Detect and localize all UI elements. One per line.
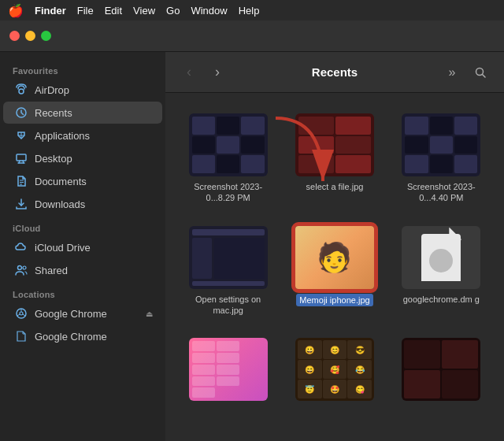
sidebar-item-label: Applications: [35, 130, 90, 142]
chrome-icon-2: [14, 329, 28, 343]
svg-rect-4: [17, 154, 26, 161]
file-grid: Screenshot 2023-0...8.29 PM: [165, 93, 504, 441]
sidebar-item-google-chrome-2[interactable]: Google Chrome: [3, 325, 162, 347]
file-thumb-screenshot3b: [402, 338, 480, 401]
menu-view[interactable]: View: [133, 5, 155, 17]
sidebar-item-icloud-drive[interactable]: iCloud Drive: [3, 236, 162, 258]
locations-section-label: Locations: [0, 282, 165, 302]
sidebar-item-label: Recents: [35, 107, 72, 119]
content-area: ‹ › Recents »: [165, 52, 504, 441]
downloads-icon: [14, 197, 28, 211]
eject-icon-1[interactable]: ⏏: [146, 309, 153, 318]
finder-window: Favourites AirDrop: [0, 20, 504, 441]
sidebar-item-label: Shared: [35, 265, 68, 276]
titlebar: [0, 20, 504, 52]
sidebar-item-recents[interactable]: Recents: [3, 102, 162, 124]
fullscreen-button[interactable]: [41, 31, 51, 41]
skip-forward-button[interactable]: »: [441, 61, 463, 83]
content-toolbar: ‹ › Recents »: [165, 52, 504, 93]
sidebar-item-applications[interactable]: Applications: [3, 124, 162, 146]
svg-line-17: [23, 314, 26, 316]
file-item-pink[interactable]: [178, 333, 278, 410]
file-item-emoji-grid[interactable]: 😀 😊 😎 😄 🥰 😂 😇 🤩 😋: [284, 333, 384, 410]
file-thumb-screenshot2: [402, 113, 480, 176]
sidebar-item-label: Desktop: [35, 153, 72, 165]
menu-window[interactable]: Window: [191, 5, 227, 17]
file-thumb-memoji: 🧑: [295, 226, 374, 289]
file-item-screenshot1[interactable]: Screenshot 2023-0...8.29 PM: [178, 109, 278, 209]
sidebar-item-google-chrome-1[interactable]: Google Chrome ⏏: [3, 302, 162, 324]
sidebar-item-downloads[interactable]: Downloads: [3, 193, 162, 215]
file-name-select-file: select a file.jpg: [306, 181, 364, 192]
airdrop-icon: [14, 83, 28, 97]
sidebar-item-shared[interactable]: Shared: [3, 259, 162, 281]
sidebar-item-airdrop[interactable]: AirDrop: [3, 79, 162, 101]
svg-point-12: [18, 266, 22, 270]
file-name-settings: Open settings on mac.jpg: [185, 294, 272, 317]
menu-file[interactable]: File: [77, 5, 94, 17]
sidebar-item-label: Google Chrome: [35, 331, 107, 343]
icloud-drive-icon: [14, 240, 28, 254]
back-button[interactable]: ‹: [178, 61, 200, 83]
applications-icon: [14, 128, 28, 143]
file-thumb-pink: [189, 338, 268, 401]
file-name-memoji: Memoji iphone.jpg: [296, 294, 372, 306]
sidebar-item-desktop[interactable]: Desktop: [3, 147, 162, 169]
toolbar-title: Recents: [235, 65, 435, 79]
file-item-dmg[interactable]: googlechrome.dm g: [391, 221, 491, 321]
forward-button[interactable]: ›: [206, 61, 228, 83]
svg-line-22: [483, 74, 486, 77]
file-item-select-file[interactable]: select a file.jpg: [284, 109, 384, 209]
icloud-section-label: iCloud: [0, 216, 165, 236]
sidebar-item-label: Downloads: [35, 198, 85, 210]
file-name-dmg: googlechrome.dm g: [403, 294, 480, 305]
minimize-button[interactable]: [25, 31, 35, 41]
sidebar-item-label: Google Chrome: [35, 308, 107, 320]
apple-menu[interactable]: 🍎: [8, 3, 24, 18]
menu-finder[interactable]: Finder: [35, 5, 66, 17]
file-item-memoji[interactable]: 🧑 Memoji iphone.jpg: [284, 221, 384, 321]
file-thumb-dmg: [402, 226, 480, 289]
svg-line-18: [17, 314, 20, 316]
sidebar-item-label: Documents: [35, 176, 87, 187]
documents-icon: [14, 174, 28, 188]
file-thumb-select-file: [295, 113, 374, 176]
menu-edit[interactable]: Edit: [105, 5, 122, 17]
file-item-screenshot2[interactable]: Screenshot 2023-0...4.40 PM: [391, 109, 491, 209]
toolbar-right: »: [441, 61, 491, 83]
sidebar-item-label: iCloud Drive: [35, 242, 91, 254]
recents-icon: [14, 106, 28, 120]
window-content: Favourites AirDrop: [0, 52, 504, 441]
file-thumb-screenshot1: [189, 113, 268, 176]
svg-point-13: [23, 266, 26, 269]
file-name-screenshot2: Screenshot 2023-0...4.40 PM: [398, 181, 484, 204]
file-item-settings[interactable]: Open settings on mac.jpg: [178, 221, 278, 321]
file-item-screenshot3b[interactable]: [391, 333, 491, 410]
svg-point-0: [19, 89, 24, 94]
menu-help[interactable]: Help: [239, 5, 260, 17]
file-thumb-emoji-grid: 😀 😊 😎 😄 🥰 😂 😇 🤩 😋: [295, 338, 374, 401]
close-button[interactable]: [9, 31, 20, 41]
menu-go[interactable]: Go: [166, 5, 180, 17]
sidebar-item-label: AirDrop: [35, 84, 69, 96]
traffic-lights: [0, 31, 51, 41]
file-name-screenshot1: Screenshot 2023-0...8.29 PM: [185, 181, 272, 204]
file-thumb-settings: [189, 226, 268, 289]
shared-icon: [14, 263, 28, 277]
desktop-icon: [14, 151, 28, 165]
chrome-icon-1: [14, 306, 28, 321]
search-button[interactable]: [469, 61, 491, 83]
favourites-section-label: Favourites: [0, 58, 165, 79]
sidebar: Favourites AirDrop: [0, 52, 165, 441]
sidebar-item-documents[interactable]: Documents: [3, 170, 162, 192]
svg-point-15: [20, 312, 23, 315]
menu-bar: 🍎 Finder File Edit View Go Window Help: [0, 0, 504, 20]
